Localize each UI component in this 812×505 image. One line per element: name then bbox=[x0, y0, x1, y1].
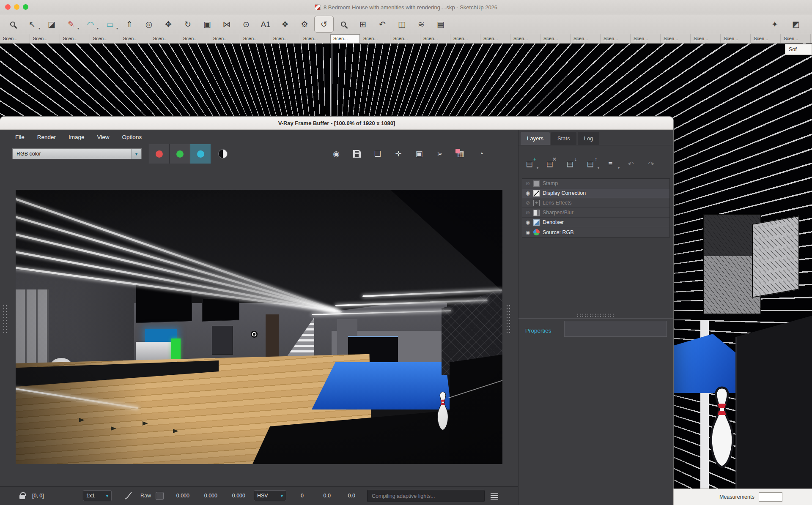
render-image[interactable] bbox=[16, 190, 502, 464]
tape-measure-tool[interactable]: ⊙ bbox=[237, 16, 255, 32]
hsv-dropdown[interactable]: HSV ▾ bbox=[254, 490, 286, 501]
green-channel-button[interactable] bbox=[170, 144, 190, 164]
tab-stats[interactable]: Stats bbox=[551, 132, 576, 145]
extensions-tool[interactable]: ◩ bbox=[787, 16, 805, 32]
red-channel-button[interactable] bbox=[149, 144, 170, 164]
shadows-tool[interactable]: ≋ bbox=[412, 16, 431, 32]
scenes-tool[interactable]: ▤ bbox=[431, 16, 450, 32]
scene-tab[interactable]: Scen... bbox=[210, 34, 240, 43]
undo-button[interactable]: ↶ bbox=[625, 158, 636, 170]
tab-log[interactable]: Log bbox=[578, 132, 600, 145]
blue-channel-button[interactable] bbox=[190, 144, 211, 164]
menu-image[interactable]: Image bbox=[69, 134, 85, 140]
arc-tool[interactable]: ◠▾ bbox=[81, 16, 100, 32]
eye-off-icon[interactable]: ⊘ bbox=[522, 200, 533, 206]
menu-options[interactable]: Options bbox=[122, 134, 142, 140]
rotate-tool[interactable]: ↻ bbox=[178, 16, 197, 32]
ai-tool[interactable]: ✦ bbox=[765, 16, 784, 32]
scene-tab[interactable]: Scen... bbox=[120, 34, 150, 43]
zoom-dropdown[interactable]: 1x1 ▾ bbox=[83, 490, 112, 501]
measurements-input[interactable] bbox=[759, 492, 782, 502]
eraser-tool[interactable]: ◪ bbox=[42, 16, 61, 32]
soften-edges-panel[interactable]: Sof bbox=[785, 44, 812, 55]
paint-bucket-tool[interactable]: ❖ bbox=[276, 16, 294, 32]
scene-tab[interactable]: Scen... bbox=[0, 34, 30, 43]
lock-icon[interactable] bbox=[19, 495, 25, 499]
scene-tab[interactable]: Scen... bbox=[180, 34, 210, 43]
scene-tab[interactable]: Scen... bbox=[150, 34, 180, 43]
scene-tab[interactable]: Scen... bbox=[450, 34, 480, 43]
load-preset-button[interactable]: ▤↑▾ bbox=[584, 158, 596, 170]
layer-row[interactable]: ⊘Stamp bbox=[522, 179, 669, 188]
scene-tab[interactable]: Scen... bbox=[30, 34, 60, 43]
menu-render[interactable]: Render bbox=[37, 134, 56, 140]
eye-icon[interactable]: ◉ bbox=[522, 190, 533, 196]
line-tool[interactable]: ✎▾ bbox=[62, 16, 80, 32]
mono-channel-button[interactable] bbox=[219, 150, 227, 158]
scene-tab[interactable]: Scen... bbox=[571, 34, 601, 43]
orbit-tool[interactable]: ↺ bbox=[315, 16, 333, 32]
left-drag-handle[interactable] bbox=[3, 304, 8, 334]
scene-tab[interactable]: Scen... bbox=[390, 34, 420, 43]
region-render-button[interactable]: ✛ bbox=[392, 147, 405, 160]
delete-layer-button[interactable]: ▤✕ bbox=[544, 158, 555, 170]
scene-tab[interactable]: Scen... bbox=[691, 34, 721, 43]
scene-tab[interactable]: Scen... bbox=[300, 34, 330, 43]
clear-image-button[interactable]: ▦ bbox=[454, 147, 467, 160]
status-options-icon[interactable] bbox=[491, 493, 498, 500]
redo-button[interactable]: ↷ bbox=[645, 158, 657, 170]
axes-tool[interactable]: ⚙ bbox=[295, 16, 314, 32]
curve-icon[interactable] bbox=[123, 491, 133, 500]
scene-tab[interactable]: Scen... bbox=[661, 34, 691, 43]
scene-tab[interactable]: Scen... bbox=[240, 34, 270, 43]
eye-icon[interactable]: ◉ bbox=[522, 229, 533, 235]
rectangle-tool[interactable]: ▭▾ bbox=[101, 16, 119, 32]
panel-drag-handle[interactable] bbox=[506, 304, 511, 334]
scene-tab[interactable]: Scen... bbox=[540, 34, 571, 43]
export-image-button[interactable]: ❏ bbox=[371, 147, 384, 160]
eye-icon[interactable]: ◉ bbox=[522, 219, 533, 225]
properties-box[interactable] bbox=[564, 321, 667, 337]
scene-tab[interactable]: Scen... bbox=[270, 34, 300, 43]
menu-view[interactable]: View bbox=[97, 134, 110, 140]
scene-tab[interactable]: Scen... bbox=[601, 34, 631, 43]
scene-tab[interactable]: Scen... bbox=[330, 34, 360, 43]
zoom-extents-tool[interactable]: ⊞ bbox=[354, 16, 372, 32]
scene-tab[interactable]: Scen... bbox=[721, 34, 751, 43]
offset-tool[interactable]: ◎ bbox=[140, 16, 158, 32]
raw-checkbox[interactable] bbox=[156, 492, 164, 500]
scene-tab[interactable]: Scen... bbox=[60, 34, 90, 43]
scene-tab[interactable]: Scen... bbox=[420, 34, 450, 43]
layer-row[interactable]: ◉Source: RGB bbox=[522, 227, 669, 237]
select-tool[interactable]: ↖▾ bbox=[23, 16, 41, 32]
tab-layers[interactable]: Layers bbox=[521, 132, 550, 145]
section-plane-tool[interactable]: ▣ bbox=[198, 16, 217, 32]
history-button[interactable]: ◔ bbox=[475, 147, 488, 160]
scene-tab[interactable]: Scen... bbox=[510, 34, 540, 43]
previous-view-tool[interactable]: ↶ bbox=[373, 16, 392, 32]
vfb-titlebar[interactable]: V-Ray Frame Buffer - [100.0% of 1920 x 1… bbox=[0, 117, 673, 130]
layer-row[interactable]: ⊘Sharpen/Blur bbox=[522, 208, 669, 218]
scene-tab[interactable]: Scen... bbox=[480, 34, 510, 43]
follow-mouse-button[interactable]: ➢ bbox=[433, 147, 446, 160]
text-tool[interactable]: A1 bbox=[256, 16, 275, 32]
layer-options-button[interactable]: ≡▾ bbox=[605, 158, 616, 170]
layer-row[interactable]: ◉Denoiser bbox=[522, 218, 669, 227]
render-last-button[interactable]: ◉ bbox=[330, 147, 343, 160]
channel-select-dropdown[interactable]: RGB color ▾ bbox=[12, 148, 142, 159]
menu-file[interactable]: File bbox=[15, 134, 25, 140]
save-preset-button[interactable]: ▤↓ bbox=[564, 158, 576, 170]
eye-off-icon[interactable]: ⊘ bbox=[522, 210, 533, 216]
eye-off-icon[interactable]: ⊘ bbox=[522, 180, 533, 186]
flip-tool[interactable]: ⋈ bbox=[217, 16, 236, 32]
scene-tab[interactable]: Scen... bbox=[751, 34, 781, 43]
scene-tab[interactable]: Scen... bbox=[90, 34, 120, 43]
search-tool[interactable] bbox=[3, 16, 22, 32]
save-image-button[interactable] bbox=[351, 147, 363, 160]
scene-tab[interactable]: Scen... bbox=[360, 34, 390, 43]
scene-tab[interactable]: Scen... bbox=[631, 34, 661, 43]
move-tool[interactable]: ✥ bbox=[159, 16, 178, 32]
layer-row[interactable]: ⊘Lens Effects bbox=[522, 198, 669, 208]
layer-row[interactable]: ◉Display Correction bbox=[522, 188, 669, 198]
styles-tool[interactable]: ◫ bbox=[392, 16, 411, 32]
